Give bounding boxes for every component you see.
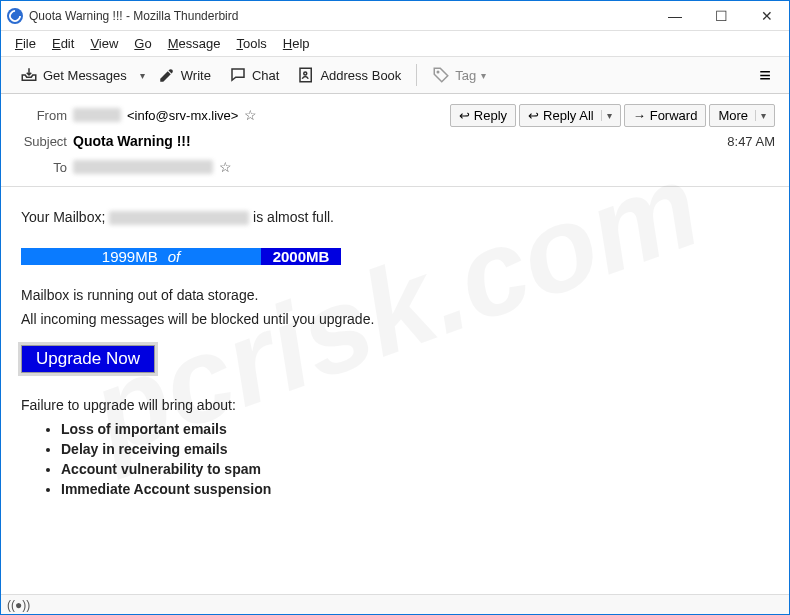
intro-prefix: Your Mailbox; (21, 209, 109, 225)
failure-item: Loss of important emails (61, 421, 769, 437)
failure-item: Immediate Account suspension (61, 481, 769, 497)
reply-all-button[interactable]: ↩ Reply All ▾ (519, 104, 621, 127)
reply-all-label: Reply All (543, 108, 594, 123)
reply-label: Reply (474, 108, 507, 123)
message-header: From <info@srv-mx.live> ☆ ↩ Reply ↩ Repl… (1, 94, 789, 187)
window-title: Quota Warning !!! - Mozilla Thunderbird (29, 9, 238, 23)
menu-view[interactable]: View (86, 34, 122, 53)
pencil-icon (158, 66, 176, 84)
activity-indicator-icon: ((●)) (7, 598, 30, 612)
tag-button[interactable]: Tag ▾ (423, 61, 495, 89)
menu-tools[interactable]: Tools (232, 34, 270, 53)
star-contact-button[interactable]: ☆ (244, 107, 257, 123)
chat-button[interactable]: Chat (220, 61, 288, 89)
toolbar-separator (416, 64, 417, 86)
menu-message[interactable]: Message (164, 34, 225, 53)
forward-label: Forward (650, 108, 698, 123)
upgrade-now-button[interactable]: Upgrade Now (21, 345, 155, 373)
reply-button[interactable]: ↩ Reply (450, 104, 516, 127)
reply-all-caret[interactable]: ▾ (601, 110, 612, 121)
quota-bar: 1999MB of 2000MB (21, 241, 341, 271)
address-book-icon (297, 66, 315, 84)
more-caret[interactable]: ▾ (755, 110, 766, 121)
chat-label: Chat (252, 68, 279, 83)
forward-arrow-icon: → (633, 108, 646, 123)
tag-icon (432, 66, 450, 84)
from-email: <info@srv-mx.live> (127, 108, 238, 123)
menubar: File Edit View Go Message Tools Help (1, 31, 789, 56)
to-label: To (15, 160, 67, 175)
intro-suffix: is almost full. (253, 209, 334, 225)
thunderbird-icon (7, 8, 23, 24)
more-label: More (718, 108, 748, 123)
quota-used: 1999MB of (21, 248, 261, 265)
warn-line-2: All incoming messages will be blocked un… (21, 311, 769, 327)
quota-of: of (168, 248, 181, 265)
statusbar: ((●)) (1, 594, 789, 614)
write-button[interactable]: Write (149, 61, 220, 89)
quota-used-value: 1999MB (102, 248, 158, 265)
star-recipient-button[interactable]: ☆ (219, 159, 232, 175)
inbox-icon (20, 66, 38, 84)
tag-label: Tag (455, 68, 476, 83)
app-menu-button[interactable]: ≡ (751, 62, 779, 89)
maximize-button[interactable]: ☐ (707, 6, 735, 26)
forward-button[interactable]: → Forward (624, 104, 707, 127)
from-name-redacted (73, 108, 121, 122)
subject-text: Quota Warning !!! (73, 133, 191, 149)
minimize-button[interactable]: — (661, 6, 689, 26)
get-messages-button[interactable]: Get Messages (11, 61, 136, 89)
mailbox-redacted (109, 211, 249, 225)
failure-heading: Failure to upgrade will bring about: (21, 397, 769, 413)
svg-point-1 (304, 72, 307, 75)
get-messages-label: Get Messages (43, 68, 127, 83)
write-label: Write (181, 68, 211, 83)
get-messages-caret[interactable]: ▾ (136, 70, 149, 81)
address-book-button[interactable]: Address Book (288, 61, 410, 89)
titlebar: Quota Warning !!! - Mozilla Thunderbird … (1, 1, 789, 31)
reply-all-arrow-icon: ↩ (528, 108, 539, 123)
from-label: From (15, 108, 67, 123)
address-book-label: Address Book (320, 68, 401, 83)
failure-item: Account vulnerability to spam (61, 461, 769, 477)
chat-icon (229, 66, 247, 84)
failure-list: Loss of important emails Delay in receiv… (61, 421, 769, 497)
close-button[interactable]: ✕ (753, 6, 781, 26)
toolbar: Get Messages ▾ Write Chat Address Book T… (1, 56, 789, 94)
failure-item: Delay in receiving emails (61, 441, 769, 457)
more-button[interactable]: More ▾ (709, 104, 775, 127)
warn-line-1: Mailbox is running out of data storage. (21, 287, 769, 303)
svg-point-2 (438, 71, 440, 73)
reply-arrow-icon: ↩ (459, 108, 470, 123)
to-redacted (73, 160, 213, 174)
menu-edit[interactable]: Edit (48, 34, 78, 53)
menu-file[interactable]: File (11, 34, 40, 53)
quota-total: 2000MB (261, 248, 341, 265)
intro-line: Your Mailbox; is almost full. (21, 209, 769, 225)
message-time: 8:47 AM (727, 134, 775, 149)
message-body: Your Mailbox; is almost full. 1999MB of … (1, 187, 789, 515)
menu-help[interactable]: Help (279, 34, 314, 53)
menu-go[interactable]: Go (130, 34, 155, 53)
subject-label: Subject (15, 134, 67, 149)
